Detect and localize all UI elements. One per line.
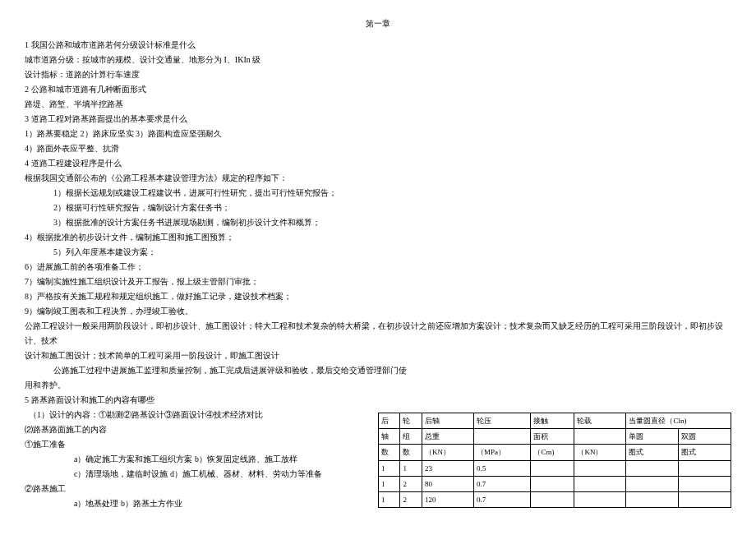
- td-cell: [574, 460, 626, 476]
- td-cell: [574, 491, 626, 507]
- th-cell: 组: [400, 429, 422, 445]
- th-cell: 轮载: [574, 413, 626, 429]
- td-cell: [626, 460, 679, 476]
- th-cell: 后轴: [422, 413, 473, 429]
- text-line: 1）根据长远规划或建设工程建议书，进展可行性研究，提出可行性研究报告；: [25, 186, 731, 201]
- text-line: 公路工程设计一般采用两阶段设计，即初步设计、施工图设计；特大工程和技术复杂的特大…: [25, 319, 731, 348]
- th-cell: [473, 429, 531, 445]
- td-cell: 120: [422, 491, 473, 507]
- data-table: 后 轮 后轴 轮压 接触 轮载 当量圆直径（Cln) 轴 组 总重 面积 单圆 …: [378, 413, 731, 508]
- td-cell: 80: [422, 476, 473, 491]
- text-line: 3 道路工程对路基路面提出的基本要求是什么: [25, 112, 731, 127]
- table-row: 1 2 80 0.7: [379, 476, 731, 491]
- text-line: 设计和施工图设计；技术简单的工程可采用一阶段设计，即施工图设计: [25, 348, 731, 363]
- th-cell: 双圆: [679, 429, 731, 445]
- table-row: 1 2 120 0.7: [379, 491, 731, 507]
- th-cell: （MPa）: [473, 445, 531, 460]
- th-cell: 图式: [626, 445, 679, 460]
- th-cell: 后: [379, 413, 400, 429]
- td-cell: [531, 491, 574, 507]
- text-line: 公路施工过程中进展施工监理和质量控制，施工完成后进展评级和验收，最后交给交通管理…: [25, 363, 731, 378]
- th-cell: （KN）: [574, 445, 626, 460]
- text-line: 城市道路分级：按城市的规模、设计交通量、地形分为 I、IKIn 级: [25, 53, 731, 67]
- text-line: 6）进展施工前的各项准备工作；: [25, 260, 731, 274]
- td-cell: [626, 476, 679, 491]
- text-line: 8）严格按有关施工规程和规定组织施工，做好施工记录，建设技术档案；: [25, 289, 731, 304]
- th-cell: （KN）: [422, 445, 473, 460]
- td-cell: 1: [379, 460, 400, 476]
- td-cell: 0.7: [473, 491, 531, 507]
- th-cell: 接触: [531, 413, 574, 429]
- text-line: 2 公路和城市道路有几种断面形式: [25, 82, 731, 97]
- table-header-row: 后 轮 后轴 轮压 接触 轮载 当量圆直径（Cln): [379, 413, 731, 429]
- th-cell: 数: [379, 445, 400, 460]
- th-cell: 当量圆直径（Cln): [626, 413, 731, 429]
- td-cell: [679, 491, 731, 507]
- td-cell: [531, 476, 574, 491]
- td-cell: 0.5: [473, 460, 531, 476]
- td-cell: 0.7: [473, 476, 531, 491]
- td-cell: [574, 476, 626, 491]
- table-row: 1 1 23 0.5: [379, 460, 731, 476]
- text-line: 用和养护。: [25, 378, 731, 393]
- td-cell: 1: [379, 476, 400, 491]
- th-cell: 轮: [400, 413, 422, 429]
- text-line: 1）路基要稳定 2）路床应坚实 3）路面构造应坚强耐久: [25, 127, 731, 141]
- th-cell: 轴: [379, 429, 400, 445]
- text-line: 5 路基路面设计和施工的内容有哪些: [25, 393, 731, 408]
- th-cell: 轮压: [473, 413, 531, 429]
- table-header-row: 轴 组 总重 面积 单圆 双圆: [379, 429, 731, 445]
- text-line: 4）根据批准的初步设计文件，编制施工图和施工图预算；: [25, 230, 731, 245]
- text-line: 1 我国公路和城市道路若何分级设计标准是什么: [25, 38, 731, 53]
- th-cell: 数: [400, 445, 422, 460]
- document-body: 1 我国公路和城市道路若何分级设计标准是什么 城市道路分级：按城市的规模、设计交…: [25, 38, 731, 511]
- td-cell: 2: [400, 476, 422, 491]
- text-line: 9）编制竣工图表和工程决算，办理竣工验收。: [25, 304, 731, 319]
- text-line: 3）根据批准的设计方案任务书进展现场勘测，编制初步设计文件和概算；: [25, 215, 731, 230]
- td-cell: 1: [379, 491, 400, 507]
- th-cell: [574, 429, 626, 445]
- td-cell: 1: [400, 460, 422, 476]
- th-cell: 面积: [531, 429, 574, 445]
- text-line: 4 道路工程建设程序是什么: [25, 156, 731, 171]
- td-cell: [626, 491, 679, 507]
- text-line: 4）路面外表应平整、抗滑: [25, 141, 731, 156]
- text-line: 设计指标：道路的计算行车速度: [25, 67, 731, 82]
- text-line: 路堤、路堑、半填半挖路基: [25, 97, 731, 112]
- table-header-row: 数 数 （KN） （MPa） （Cm) （KN） 图式 图式: [379, 445, 731, 460]
- th-cell: （Cm): [531, 445, 574, 460]
- td-cell: [679, 460, 731, 476]
- text-line: 根据我国交通部公布的《公路工程基本建设管理方法》规定的程序如下：: [25, 171, 731, 186]
- th-cell: 图式: [679, 445, 731, 460]
- td-cell: [531, 460, 574, 476]
- td-cell: [679, 476, 731, 491]
- th-cell: 总重: [422, 429, 473, 445]
- text-line: 7）编制实施性施工组织设计及开工报告，报上级主管部门审批；: [25, 274, 731, 289]
- td-cell: 2: [400, 491, 422, 507]
- text-line: 5）列入年度基本建设方案；: [25, 245, 731, 260]
- td-cell: 23: [422, 460, 473, 476]
- th-cell: 单圆: [626, 429, 679, 445]
- chapter-title: 第一章: [25, 16, 731, 31]
- text-line: 2）根据可行性研究报告，编制设计方案任务书；: [25, 201, 731, 215]
